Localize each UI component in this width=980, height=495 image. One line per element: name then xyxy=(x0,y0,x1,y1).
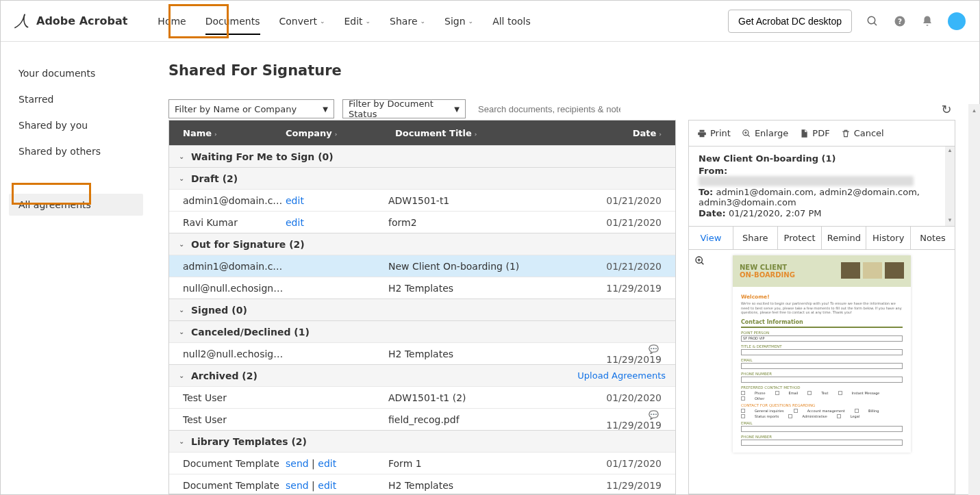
sidebar: Your documentsStarredShared by youShared… xyxy=(1,42,151,494)
detail-tabs: ViewShareProtectRemindHistoryNotes xyxy=(689,227,955,250)
notifications-icon[interactable] xyxy=(920,14,934,28)
enlarge-button[interactable]: Enlarge xyxy=(742,128,788,138)
get-desktop-button[interactable]: Get Acrobat DC desktop xyxy=(728,10,852,33)
product-logo: 人 Adobe Acrobat xyxy=(14,11,127,31)
sidebar-item-shared-by-others[interactable]: Shared by others xyxy=(9,140,143,162)
sidebar-item-shared-by-you[interactable]: Shared by you xyxy=(9,114,143,136)
detail-to: admin1@domain.com, admin2@domain.com, ad… xyxy=(699,187,920,207)
group-row[interactable]: ⌄Draft (2) xyxy=(169,167,675,189)
help-icon[interactable]: ? xyxy=(893,14,907,28)
table-row[interactable]: admin1@domain.comNew Client On-boarding … xyxy=(169,255,675,277)
col-date[interactable]: Date xyxy=(633,128,657,138)
group-row[interactable]: ⌄Waiting For Me to Sign (0) xyxy=(169,145,675,167)
reload-icon[interactable]: ↻ xyxy=(938,100,955,118)
preview-area: NEW CLIENTON-BOARDING Welcome! We're so … xyxy=(689,250,955,494)
tab-history[interactable]: History xyxy=(866,227,911,249)
filter-status-label: Filter by Document Status xyxy=(349,99,454,119)
pdf-button[interactable]: PDF xyxy=(799,128,829,138)
redacted-from: xxxxxxxxxxxxxxxxxxxx xyxy=(699,176,914,186)
table-row[interactable]: null@null.echosignmail.c...H2 Templates1… xyxy=(169,277,675,299)
nav-home[interactable]: Home xyxy=(148,3,195,39)
comment-icon: 💬 xyxy=(649,344,659,354)
upload-agreements-link[interactable]: Upload Agreements xyxy=(577,370,666,381)
tab-share[interactable]: Share xyxy=(733,227,778,249)
product-name: Adobe Acrobat xyxy=(36,14,127,27)
table-row[interactable]: Document Templatesend | editH2 Templates… xyxy=(169,474,675,494)
cancel-button[interactable]: Cancel xyxy=(841,128,884,138)
list-header: Name› Company› Document Title› Date› xyxy=(169,120,675,145)
columns: Name› Company› Document Title› Date› ⌄Wa… xyxy=(168,120,955,494)
table-row[interactable]: Ravi Kumareditform201/21/2020 xyxy=(169,211,675,233)
group-row[interactable]: ⌄Canceled/Declined (1) xyxy=(169,320,675,342)
table-row[interactable]: null2@null.echosignmail....H2 Templates💬… xyxy=(169,342,675,364)
detail-panel: Print Enlarge PDF Cancel New Client On-b… xyxy=(688,120,955,494)
tab-notes[interactable]: Notes xyxy=(911,227,955,249)
detail-title: New Client On-boarding (1) xyxy=(699,153,945,164)
filter-row: Filter by Name or Company▼ Filter by Doc… xyxy=(168,99,955,118)
detail-date: 01/21/2020, 2:07 PM xyxy=(729,208,822,218)
nav-convert[interactable]: Convert⌄ xyxy=(270,3,335,39)
table-row[interactable]: Test UserADW1501-t1 (2)01/20/2020 xyxy=(169,386,675,408)
col-company[interactable]: Company xyxy=(286,128,332,138)
nav-all-tools[interactable]: All tools xyxy=(483,3,540,39)
svg-point-0 xyxy=(868,16,875,24)
filter-name-label: Filter by Name or Company xyxy=(175,104,297,114)
svg-line-5 xyxy=(748,134,750,136)
print-button[interactable]: Print xyxy=(697,128,731,138)
zoom-icon[interactable] xyxy=(694,255,705,269)
search-input[interactable] xyxy=(474,100,625,118)
sidebar-item-all-agreements[interactable]: All agreements xyxy=(9,194,143,216)
group-row[interactable]: ⌄Out for Signature (2) xyxy=(169,233,675,255)
avatar[interactable] xyxy=(948,12,966,30)
search-icon[interactable] xyxy=(866,14,879,28)
col-title[interactable]: Document Title xyxy=(395,128,472,138)
page-title: Shared For Signature xyxy=(168,62,955,79)
tab-remind[interactable]: Remind xyxy=(822,227,866,249)
group-row[interactable]: ⌄Archived (2)Upload Agreements xyxy=(169,364,675,386)
table-row[interactable]: Test Userfield_recog.pdf💬11/29/2019 xyxy=(169,408,675,430)
table-row[interactable]: Document Templatesend | editForm 101/17/… xyxy=(169,452,675,474)
nav-documents[interactable]: Documents xyxy=(196,3,270,39)
filter-name-select[interactable]: Filter by Name or Company▼ xyxy=(168,99,334,118)
comment-icon: 💬 xyxy=(649,410,659,420)
col-name[interactable]: Name xyxy=(183,128,212,138)
sidebar-item-your-documents[interactable]: Your documents xyxy=(9,62,143,84)
group-row[interactable]: ⌄Signed (0) xyxy=(169,299,675,320)
svg-text:?: ? xyxy=(898,16,902,25)
header-right: Get Acrobat DC desktop ? xyxy=(728,10,966,33)
meta-scrollbar[interactable]: ▴ ▾ xyxy=(945,147,955,226)
document-preview[interactable]: NEW CLIENTON-BOARDING Welcome! We're so … xyxy=(733,255,911,453)
svg-line-9 xyxy=(701,262,703,264)
top-header: 人 Adobe Acrobat HomeDocumentsConvert⌄Edi… xyxy=(1,1,979,42)
nav-sign[interactable]: Sign⌄ xyxy=(435,3,483,39)
agreements-list: Name› Company› Document Title› Date› ⌄Wa… xyxy=(168,120,676,494)
acrobat-icon: 人 xyxy=(14,11,29,31)
main-scrollbar[interactable]: ▴ xyxy=(968,104,979,494)
nav-share[interactable]: Share⌄ xyxy=(380,3,435,39)
main-content: Shared For Signature Filter by Name or C… xyxy=(151,42,979,494)
svg-line-1 xyxy=(874,23,877,25)
table-row[interactable]: admin1@domain.comeditADW1501-t101/21/202… xyxy=(169,189,675,211)
detail-meta: New Client On-boarding (1) From: xxxxxxx… xyxy=(689,147,955,227)
detail-toolbar: Print Enlarge PDF Cancel xyxy=(689,120,955,147)
main-nav: HomeDocumentsConvert⌄Edit⌄Share⌄Sign⌄All… xyxy=(148,3,540,39)
tab-protect[interactable]: Protect xyxy=(778,227,822,249)
sidebar-item-starred[interactable]: Starred xyxy=(9,88,143,110)
nav-edit[interactable]: Edit⌄ xyxy=(334,3,380,39)
group-row[interactable]: ⌄Library Templates (2) xyxy=(169,430,675,452)
filter-status-select[interactable]: Filter by Document Status▼ xyxy=(342,99,466,118)
tab-view[interactable]: View xyxy=(689,227,733,249)
app-body: Your documentsStarredShared by youShared… xyxy=(1,42,979,494)
